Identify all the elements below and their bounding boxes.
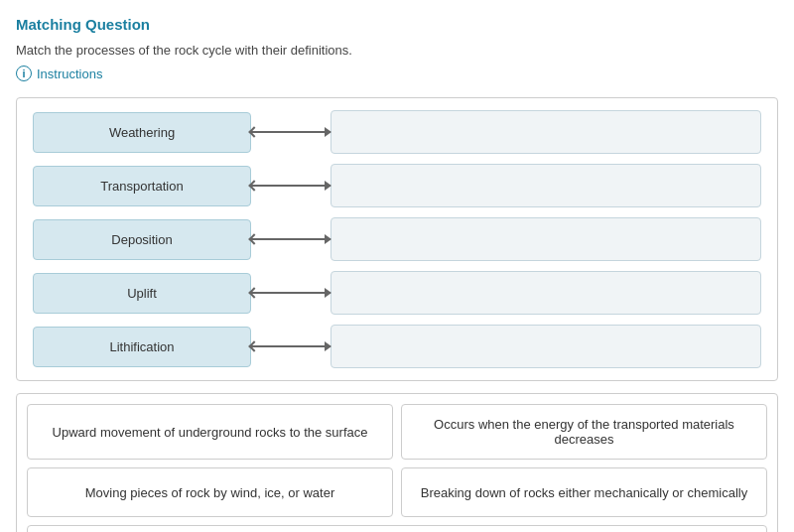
term-box-uplift: Uplift <box>33 273 251 314</box>
match-row: Lithification <box>33 325 761 368</box>
answer-card-ans4[interactable]: Breaking down of rocks either mechanical… <box>401 467 767 517</box>
match-row: Transportation <box>33 164 761 207</box>
info-row[interactable]: i Instructions <box>16 66 778 81</box>
arrow-line <box>251 292 331 294</box>
term-box-lithification: Lithification <box>33 327 251 367</box>
answer-card-ans1[interactable]: Upward movement of underground rocks to … <box>27 404 393 460</box>
drop-box-lithification[interactable] <box>331 325 761 368</box>
term-box-weathering: Weathering <box>33 112 251 153</box>
drop-box-uplift[interactable] <box>331 271 761 315</box>
drop-box-weathering[interactable] <box>331 110 761 154</box>
answer-grid: Upward movement of underground rocks to … <box>27 404 767 532</box>
match-row: Deposition <box>33 217 761 261</box>
arrow-connector <box>251 238 331 240</box>
instruction-text: Match the processes of the rock cycle wi… <box>16 43 778 58</box>
drop-box-deposition[interactable] <box>331 217 761 261</box>
info-icon: i <box>16 66 32 81</box>
match-row: Uplift <box>33 271 761 315</box>
info-label: Instructions <box>37 66 102 81</box>
arrow-connector <box>251 185 331 187</box>
answer-card-ans3[interactable]: Moving pieces of rock by wind, ice, or w… <box>27 467 393 517</box>
match-row: Weathering <box>33 110 761 154</box>
arrow-connector <box>251 131 331 133</box>
answer-card-ans2[interactable]: Occurs when the energy of the transporte… <box>401 404 767 460</box>
drop-box-transportation[interactable] <box>331 164 761 207</box>
arrow-connector <box>251 292 331 294</box>
page-title: Matching Question <box>16 16 778 33</box>
term-box-deposition: Deposition <box>33 219 251 260</box>
arrow-connector <box>251 345 331 347</box>
arrow-line <box>251 131 331 133</box>
arrow-line <box>251 238 331 240</box>
answer-card-ans5[interactable]: Process of sediment turning into rock <box>27 525 767 532</box>
arrow-line <box>251 345 331 347</box>
arrow-line <box>251 185 331 187</box>
matching-area: WeatheringTransportationDepositionUplift… <box>16 97 778 381</box>
answer-bank: Upward movement of underground rocks to … <box>16 393 778 532</box>
term-box-transportation: Transportation <box>33 166 251 206</box>
